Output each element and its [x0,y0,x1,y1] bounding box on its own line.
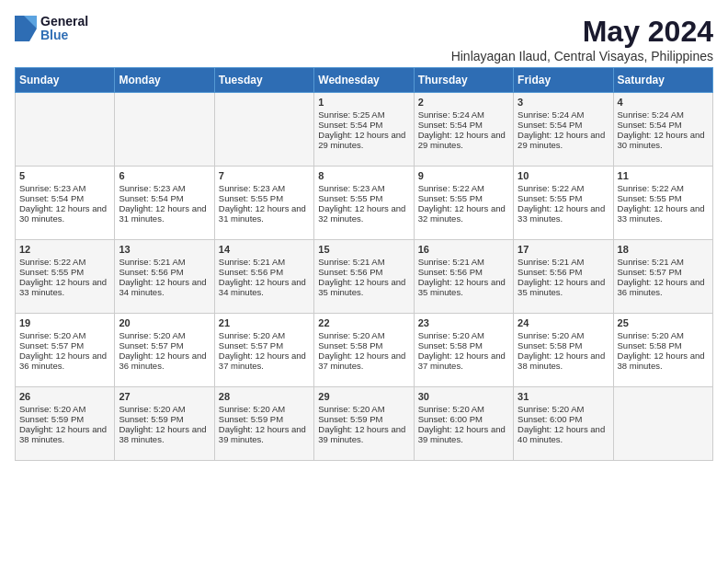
daylight-label: Daylight: 12 hours and 33 minutes. [518,203,605,224]
sunset-label: Sunset: 5:55 PM [19,267,84,277]
day-number: 29 [318,391,409,402]
calendar-cell: 4Sunrise: 5:24 AMSunset: 5:54 PMDaylight… [613,93,712,167]
daylight-label: Daylight: 12 hours and 37 minutes. [418,350,506,371]
day-number: 11 [618,170,709,181]
daylight-label: Daylight: 12 hours and 38 minutes. [618,350,705,371]
daylight-label: Daylight: 12 hours and 36 minutes. [119,350,206,371]
daylight-label: Daylight: 12 hours and 31 minutes. [219,203,306,224]
month-title: May 2024 [451,15,713,49]
sunset-label: Sunset: 5:59 PM [219,414,283,424]
daylight-label: Daylight: 12 hours and 38 minutes. [19,424,107,444]
daylight-label: Daylight: 12 hours and 39 minutes. [318,424,405,444]
calendar-cell: 27Sunrise: 5:20 AMSunset: 5:59 PMDayligh… [115,387,214,461]
sunrise-label: Sunrise: 5:20 AM [318,404,384,414]
header-day-monday: Monday [115,68,214,93]
calendar-cell: 25Sunrise: 5:20 AMSunset: 5:58 PMDayligh… [613,314,712,387]
daylight-label: Daylight: 12 hours and 35 minutes. [318,277,405,297]
logo: General Blue [15,15,88,43]
calendar-cell [613,387,712,461]
sunset-label: Sunset: 5:59 PM [119,414,183,424]
sunset-label: Sunset: 5:58 PM [418,340,483,350]
sunrise-label: Sunrise: 5:23 AM [219,183,285,193]
calendar-cell: 11Sunrise: 5:22 AMSunset: 5:55 PMDayligh… [613,167,712,240]
daylight-label: Daylight: 12 hours and 37 minutes. [318,350,405,371]
header-day-thursday: Thursday [414,68,513,93]
logo-text: General Blue [40,15,88,43]
calendar-cell: 13Sunrise: 5:21 AMSunset: 5:56 PMDayligh… [115,240,214,314]
daylight-label: Daylight: 12 hours and 37 minutes. [219,350,306,371]
header-day-friday: Friday [514,68,613,93]
day-number: 20 [119,317,210,328]
sunset-label: Sunset: 5:54 PM [518,120,582,130]
sunset-label: Sunset: 5:58 PM [518,340,582,350]
daylight-label: Daylight: 12 hours and 33 minutes. [19,277,107,297]
day-number: 25 [618,317,709,328]
calendar-cell: 28Sunrise: 5:20 AMSunset: 5:59 PMDayligh… [214,387,313,461]
sunrise-label: Sunrise: 5:20 AM [318,330,384,340]
sunrise-label: Sunrise: 5:20 AM [119,330,185,340]
calendar-cell: 24Sunrise: 5:20 AMSunset: 5:58 PMDayligh… [514,314,613,387]
sunset-label: Sunset: 5:55 PM [418,193,483,203]
calendar-cell: 7Sunrise: 5:23 AMSunset: 5:55 PMDaylight… [214,167,313,240]
sunrise-label: Sunrise: 5:20 AM [518,404,584,414]
sunrise-label: Sunrise: 5:22 AM [418,183,484,193]
day-number: 26 [19,391,110,402]
day-number: 9 [418,170,509,181]
day-number: 4 [618,97,709,108]
calendar-cell: 2Sunrise: 5:24 AMSunset: 5:54 PMDaylight… [414,93,513,167]
sunrise-label: Sunrise: 5:22 AM [618,183,684,193]
daylight-label: Daylight: 12 hours and 29 minutes. [318,130,405,150]
day-number: 27 [119,391,210,402]
sunset-label: Sunset: 5:56 PM [318,267,382,277]
calendar-header-row: SundayMondayTuesdayWednesdayThursdayFrid… [16,68,713,93]
sunrise-label: Sunrise: 5:20 AM [418,330,484,340]
sunrise-label: Sunrise: 5:20 AM [119,404,185,414]
calendar-cell: 3Sunrise: 5:24 AMSunset: 5:54 PMDaylight… [514,93,613,167]
day-number: 8 [318,170,409,181]
sunset-label: Sunset: 5:54 PM [318,120,382,130]
day-number: 28 [219,391,310,402]
calendar-cell: 5Sunrise: 5:23 AMSunset: 5:54 PMDaylight… [16,167,115,240]
logo-blue: Blue [40,29,88,42]
sunset-label: Sunset: 6:00 PM [518,414,582,424]
day-number: 30 [418,391,509,402]
daylight-label: Daylight: 12 hours and 35 minutes. [418,277,506,297]
calendar-cell: 19Sunrise: 5:20 AMSunset: 5:57 PMDayligh… [16,314,115,387]
calendar-cell: 10Sunrise: 5:22 AMSunset: 5:55 PMDayligh… [514,167,613,240]
location-title: Hinlayagan Ilaud, Central Visayas, Phili… [451,49,713,63]
daylight-label: Daylight: 12 hours and 30 minutes. [19,203,107,224]
daylight-label: Daylight: 12 hours and 38 minutes. [119,424,206,444]
daylight-label: Daylight: 12 hours and 30 minutes. [618,130,705,150]
sunrise-label: Sunrise: 5:23 AM [19,183,85,193]
sunrise-label: Sunrise: 5:20 AM [518,330,584,340]
sunrise-label: Sunrise: 5:23 AM [119,183,185,193]
page-header: General Blue May 2024 Hinlayagan Ilaud, … [15,15,713,63]
calendar-table: SundayMondayTuesdayWednesdayThursdayFrid… [15,67,713,461]
sunrise-label: Sunrise: 5:20 AM [219,330,285,340]
calendar-cell: 23Sunrise: 5:20 AMSunset: 5:58 PMDayligh… [414,314,513,387]
sunset-label: Sunset: 5:57 PM [618,267,682,277]
calendar-cell: 20Sunrise: 5:20 AMSunset: 5:57 PMDayligh… [115,314,214,387]
calendar-week-row: 19Sunrise: 5:20 AMSunset: 5:57 PMDayligh… [16,314,713,387]
day-number: 2 [418,97,509,108]
calendar-cell: 9Sunrise: 5:22 AMSunset: 5:55 PMDaylight… [414,167,513,240]
title-block: May 2024 Hinlayagan Ilaud, Central Visay… [451,15,713,63]
calendar-cell: 8Sunrise: 5:23 AMSunset: 5:55 PMDaylight… [314,167,414,240]
sunrise-label: Sunrise: 5:21 AM [518,257,584,267]
calendar-cell [16,93,115,167]
day-number: 19 [19,317,110,328]
day-number: 14 [219,244,310,255]
calendar-cell: 12Sunrise: 5:22 AMSunset: 5:55 PMDayligh… [16,240,115,314]
sunrise-label: Sunrise: 5:20 AM [618,330,684,340]
daylight-label: Daylight: 12 hours and 34 minutes. [119,277,206,297]
sunset-label: Sunset: 5:57 PM [219,340,283,350]
sunrise-label: Sunrise: 5:20 AM [19,404,85,414]
day-number: 16 [418,244,509,255]
daylight-label: Daylight: 12 hours and 29 minutes. [518,130,605,150]
day-number: 21 [219,317,310,328]
sunset-label: Sunset: 5:56 PM [219,267,283,277]
calendar-week-row: 5Sunrise: 5:23 AMSunset: 5:54 PMDaylight… [16,167,713,240]
calendar-week-row: 26Sunrise: 5:20 AMSunset: 5:59 PMDayligh… [16,387,713,461]
daylight-label: Daylight: 12 hours and 31 minutes. [119,203,206,224]
sunset-label: Sunset: 5:56 PM [518,267,582,277]
